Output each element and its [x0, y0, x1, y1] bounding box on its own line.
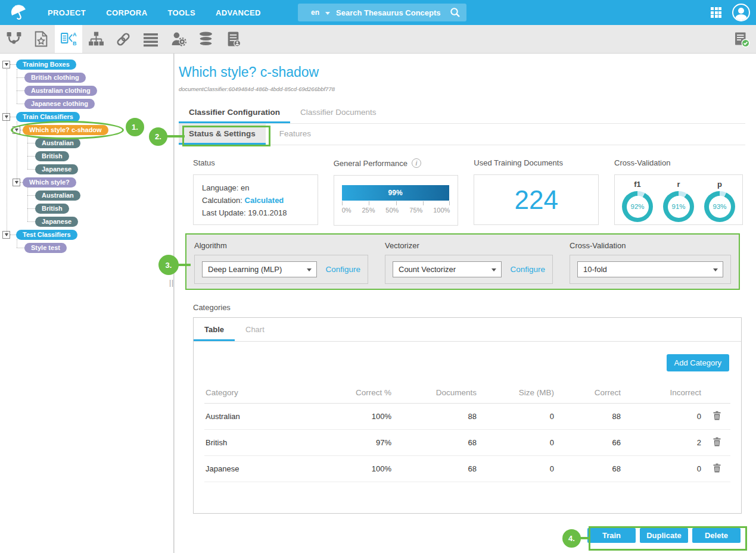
content-area: Training Boxes British clothing Australi…: [0, 54, 756, 553]
tree-item-british-2[interactable]: British: [35, 204, 69, 214]
documents-box: 224: [474, 174, 599, 225]
apps-grid-icon[interactable]: [711, 7, 721, 18]
toolbar-document-star-button[interactable]: [27, 25, 55, 53]
search-icon[interactable]: [450, 7, 461, 18]
tree-item-which-style[interactable]: Which style?: [23, 177, 76, 188]
delete-row-button[interactable]: [711, 462, 723, 476]
cross-validation-setting-label: Cross-Validation: [570, 241, 731, 250]
nav-item-tools[interactable]: TOOLS: [167, 8, 195, 17]
toolbar-workflow-button[interactable]: [0, 25, 27, 53]
document-star-icon: [33, 31, 49, 47]
toolbar-database-button[interactable]: [192, 25, 219, 53]
configuration-subtabs: Status & Settings Features: [179, 124, 745, 145]
toolbar-document-classifier-button[interactable]: A B: [55, 25, 82, 53]
trash-icon: [713, 463, 721, 473]
expand-arrow-icon[interactable]: [2, 231, 10, 239]
toolbar-link-button[interactable]: [110, 25, 137, 53]
link-icon: [115, 31, 132, 48]
cross-validation-label: Cross-Validation: [614, 158, 743, 167]
algorithm-label: Algorithm: [194, 241, 368, 250]
table-row: British 97% 68 0 66 2: [204, 430, 730, 456]
tree-item-british-clothing[interactable]: British clothing: [24, 73, 86, 83]
info-icon[interactable]: i: [412, 158, 421, 168]
documents-widget: Used Training Documents 224: [474, 158, 599, 226]
main-menu: PROJECT CORPORA TOOLS ADVANCED: [48, 8, 261, 17]
col-size: Size (MB): [479, 383, 556, 404]
vectorizer-select[interactable]: Count Vectorizer: [393, 261, 502, 277]
tree-item-training-boxes[interactable]: Training Boxes: [16, 60, 76, 70]
add-category-button[interactable]: Add Category: [667, 354, 730, 371]
vectorizer-configure-link[interactable]: Configure: [510, 265, 545, 274]
delete-button[interactable]: Delete: [692, 528, 741, 543]
user-avatar[interactable]: [732, 4, 750, 21]
vectorizer-group: Vectorizer Count Vectorizer Configure: [385, 241, 553, 282]
tab-chart[interactable]: Chart: [235, 318, 275, 341]
search-language-select[interactable]: en: [311, 8, 319, 17]
nav-item-corpora[interactable]: CORPORA: [106, 8, 147, 17]
tree-item-which-style-c-shadow[interactable]: Which style? c-shadow: [23, 125, 108, 135]
tree-item-australian-clothing[interactable]: Australian clothing: [24, 86, 97, 96]
database-icon: [198, 31, 214, 47]
thesaurus-search[interactable]: en Search Thesaurus Concepts: [298, 4, 466, 21]
tree-item-style-test[interactable]: Style test: [24, 243, 67, 253]
tab-classifier-documents[interactable]: Classifier Documents: [290, 102, 387, 123]
subtab-features[interactable]: Features: [266, 124, 325, 145]
tree-connector: [27, 156, 35, 157]
toolbar-user-admin-button[interactable]: [164, 25, 192, 53]
delete-row-button[interactable]: [711, 410, 723, 423]
poolparty-logo[interactable]: [0, 4, 37, 21]
nav-item-project[interactable]: PROJECT: [48, 8, 86, 17]
list-icon: [143, 32, 158, 47]
toolbar-list-button[interactable]: [137, 25, 164, 53]
subtab-status-settings[interactable]: Status & Settings: [179, 124, 266, 145]
application-window: PROJECT CORPORA TOOLS ADVANCED en Search…: [0, 0, 756, 553]
tree-item-test-classifiers[interactable]: Test Classifiers: [16, 230, 77, 240]
toolbar-report-check-button[interactable]: [734, 25, 750, 54]
tree-item-australian[interactable]: Australian: [35, 138, 80, 148]
toolbar-repository-button[interactable]: [219, 25, 247, 53]
f1-donut: 92%: [622, 191, 653, 222]
repository-icon: [225, 31, 241, 47]
cross-validation-group: Cross-Validation 10-fold: [570, 241, 731, 282]
tree-connector: [27, 169, 35, 170]
last-update-label: Last Update:: [202, 208, 246, 217]
performance-bar: 99%: [342, 185, 449, 201]
tree-item-australian-2[interactable]: Australian: [35, 190, 80, 201]
search-input[interactable]: Search Thesaurus Concepts: [336, 8, 450, 17]
tab-table[interactable]: Table: [194, 318, 235, 341]
delete-row-button[interactable]: [711, 436, 723, 449]
classifier-tabs: Classifier Configuration Classifier Docu…: [179, 102, 745, 124]
tree-item-japanese-clothing[interactable]: Japanese clothing: [24, 99, 95, 109]
tree-item-train-classifiers[interactable]: Train Classifiers: [16, 112, 80, 122]
classifier-actions: Train Duplicate Delete: [179, 528, 741, 543]
tab-classifier-configuration[interactable]: Classifier Configuration: [179, 102, 290, 123]
algorithm-select[interactable]: Deep Learning (MLP): [202, 261, 317, 277]
expand-arrow-icon[interactable]: [13, 179, 20, 186]
precision-metric: p 93%: [704, 180, 735, 222]
panel-resize-handle[interactable]: ||: [169, 279, 174, 287]
tree-connector: [17, 104, 24, 104]
tree-item-japanese[interactable]: Japanese: [35, 164, 78, 174]
duplicate-button[interactable]: Duplicate: [640, 528, 688, 543]
taxonomy-icon: [88, 31, 104, 47]
train-button[interactable]: Train: [587, 528, 636, 543]
tree-connector: [27, 208, 35, 209]
col-documents: Documents: [394, 383, 479, 404]
algorithm-configure-link[interactable]: Configure: [325, 265, 360, 274]
performance-widget: General Performance i 99% 0%25% 50%75%: [334, 158, 459, 226]
nav-item-advanced[interactable]: ADVANCED: [216, 8, 261, 17]
precision-donut: 93%: [704, 191, 735, 222]
expand-arrow-icon[interactable]: [13, 126, 20, 134]
categories-label: Categories: [193, 303, 745, 312]
col-incorrect: Incorrect: [623, 383, 704, 404]
tree-item-british[interactable]: British: [35, 151, 69, 161]
expand-arrow-icon[interactable]: [2, 113, 10, 121]
avatar-head-icon: [738, 8, 744, 14]
toolbar-taxonomy-button[interactable]: [82, 25, 110, 53]
tree-item-japanese-2[interactable]: Japanese: [35, 217, 78, 227]
concept-tree-panel: Training Boxes British clothing Australi…: [0, 54, 174, 553]
cross-validation-select[interactable]: 10-fold: [577, 261, 723, 277]
expand-arrow-icon[interactable]: [2, 61, 10, 68]
report-check-icon: [734, 32, 750, 48]
categories-tabs: Table Chart: [194, 318, 741, 342]
